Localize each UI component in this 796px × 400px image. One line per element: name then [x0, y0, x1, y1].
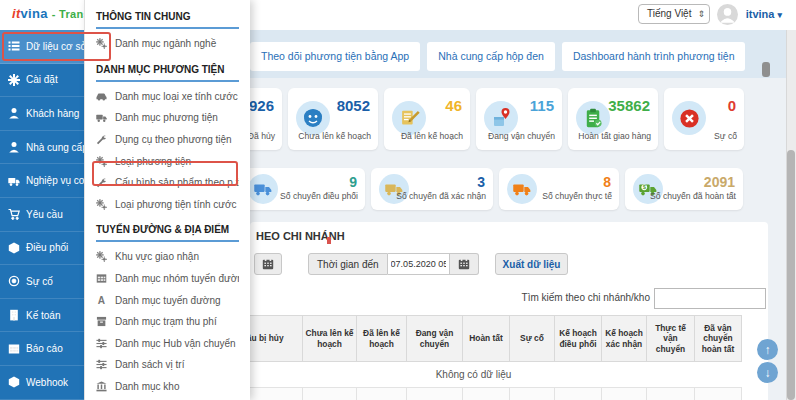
filter-row: .holes{fill:#ececec} Thời gian đến Xuất …	[254, 253, 568, 275]
sidebar-item-label: Cài đặt	[26, 74, 58, 85]
section-title: DANH MỤC PHƯƠNG TIỆN	[96, 64, 239, 75]
stat-label: Đã lên kế hoạch	[401, 131, 463, 141]
cube-icon	[8, 242, 20, 254]
cogs-icon	[96, 199, 107, 210]
menu-item-hub-van-chuyen[interactable]: Danh mục Hub vận chuyển	[96, 333, 239, 355]
app-logo: itvina - Trans	[12, 6, 90, 21]
column-header[interactable]: Hoàn tất	[463, 316, 510, 362]
export-data-button[interactable]: Xuất dữ liệu	[495, 253, 569, 275]
menu-item-nhom-tuyen-duong[interactable]: Danh mục nhóm tuyến đường	[96, 268, 239, 290]
stat-value: 0	[728, 97, 736, 114]
sidebar-item-label: Yêu cầu	[26, 209, 63, 220]
table-empty-row: Không có dữ liệu	[205, 362, 742, 388]
arrow-up-icon: ↑	[765, 343, 771, 357]
sidebar-item-ke-toan[interactable]: .sb-item .holes{fill:#2173b6} Kế toán	[0, 299, 84, 333]
sidebar-item-label: Kế toán	[26, 310, 60, 321]
section-divider	[96, 80, 239, 82]
menu-item-label: Danh mục Hub vận chuyển	[115, 338, 236, 349]
stat-card-delivered: 35862 Hoàn tất giao hàng	[568, 88, 658, 150]
avatar[interactable]	[717, 4, 738, 25]
user-menu[interactable]: itvina ▾	[746, 8, 782, 20]
sidebar-item-yeu-cau[interactable]: Yêu cầu	[0, 198, 84, 232]
menu-item-tram-thu-phi[interactable]: Danh mục trạm thu phí	[96, 311, 239, 333]
column-header[interactable]: Chưa lên kế hoạch	[303, 316, 357, 362]
stat-value: 3	[477, 174, 485, 190]
menu-item-label: Danh mục phương tiện	[115, 112, 218, 123]
report-title: HEO CHI NHÁNH	[256, 230, 345, 242]
building-icon: .sb-item .holes{fill:#2173b6}	[8, 309, 20, 321]
menu-item-phuong-tien[interactable]: Danh mục phương tiện	[96, 107, 239, 129]
stat-card-confirmed-trips: 3 Số chuyến đã xác nhận	[371, 168, 493, 210]
username: itvina	[746, 8, 775, 20]
sidebar-item-dieu-phoi[interactable]: Điều phối	[0, 232, 84, 266]
menu-item-label: Danh mục trạm thu phí	[115, 316, 217, 327]
stat-value: 46	[445, 97, 462, 114]
annotation-box-menu-cau-hinh-san-pham	[92, 161, 238, 186]
scroll-to-top-button[interactable]: ↑	[757, 339, 778, 360]
tab-track-vehicle-app[interactable]: Theo dõi phương tiện bằng App	[250, 42, 420, 71]
menu-item-loai-pt-tinh-cuoc[interactable]: Loại phương tiện tính cước đườ...	[96, 194, 239, 216]
menu-item-khu-vuc-giao-nhan[interactable]: Khu vực giao nhận	[96, 246, 239, 268]
section-divider	[96, 27, 239, 29]
person-icon	[717, 4, 738, 25]
stat-label: Đã hủy	[248, 131, 275, 141]
menu-item-nganh-nghe[interactable]: Danh mục ngành nghề	[96, 33, 239, 55]
sidebar-item-label: Sự cố	[26, 276, 53, 287]
tab-blackbox-provider[interactable]: Nhà cung cấp hộp đen	[427, 42, 555, 71]
menu-item-dung-cu[interactable]: Dụng cụ theo phương tiện	[96, 129, 239, 151]
search-label: Tìm kiếm theo chi nhánh/kho	[522, 292, 650, 303]
sidebar-item-label: Nhà cung cấp	[26, 142, 88, 153]
sidebar-item-nghiep-vu-co-so[interactable]: Nghiệp vụ cơ sở	[0, 164, 84, 198]
column-header[interactable]: Thực tế vận chuyển	[647, 316, 695, 362]
calendar-button-to[interactable]	[450, 253, 479, 275]
car-icon	[96, 91, 107, 102]
user-icon	[8, 141, 20, 153]
stat-label: Chưa lên kế hoạch	[298, 131, 371, 141]
calendar-button-from[interactable]: .holes{fill:#ececec}	[254, 253, 282, 275]
cube-icon	[8, 376, 20, 388]
column-header[interactable]: Đã lên kế hoạch	[357, 316, 407, 362]
x-circle-icon	[672, 101, 706, 135]
sidebar-item-nha-cung-cap[interactable]: Nhà cung cấp	[0, 131, 84, 165]
sliders-icon	[96, 338, 107, 349]
branch-search-input[interactable]	[654, 288, 766, 309]
sidebar-item-webhook[interactable]: Webhook	[0, 366, 84, 400]
menu-item-label: Danh mục loại xe tính cước	[115, 91, 238, 102]
column-header[interactable]: Kế hoạch xác nhận	[602, 316, 647, 362]
scrollbar-thumb[interactable]	[787, 150, 795, 400]
logo-part-1: it	[12, 6, 21, 21]
language-select[interactable]: Tiếng Việt⇕	[638, 4, 710, 24]
cart-icon	[8, 208, 20, 220]
column-header[interactable]: Kế hoạch điều phối	[555, 316, 602, 362]
sidebar-item-su-co[interactable]: Sự cố	[0, 265, 84, 299]
bank-icon	[96, 381, 107, 392]
scroll-to-bottom-button[interactable]: ↓	[757, 362, 778, 383]
stat-label: Số chuyến điều phối	[280, 191, 358, 201]
menu-item-danh-muc-kho[interactable]: Danh mục kho	[96, 376, 239, 398]
sidebar-item-bao-cao[interactable]: Báo cáo	[0, 332, 84, 366]
truck-icon	[8, 175, 20, 187]
tab-vehicle-journey-dashboard[interactable]: Dashboard hành trình phương tiện	[562, 42, 746, 71]
menu-item-danh-sach-vi-tri[interactable]: Danh sách vị trí	[96, 354, 239, 376]
stat-label: Số chuyến đã hoàn tất	[650, 191, 736, 201]
stat-value: 35862	[608, 97, 650, 114]
menu-item-tuyen-duong[interactable]: A Danh mục tuyến đường	[96, 289, 239, 311]
menu-item-label: Dụng cụ theo phương tiện	[115, 134, 232, 145]
menu-item-label: Danh sách vị trí	[115, 359, 184, 370]
stat-value: 8052	[337, 97, 370, 114]
column-header[interactable]: Đang vận chuyển	[407, 316, 463, 362]
language-select-value: Tiếng Việt	[647, 8, 691, 19]
annotation-box-sidebar-du-lieu-co-so	[2, 32, 111, 61]
stat-value: 9	[349, 174, 357, 190]
sidebar-item-khach-hang[interactable]: Khách hàng	[0, 97, 84, 131]
sidebar-item-label: Webhook	[26, 377, 68, 388]
branch-table-header: Yêu cầu bị hủy Chưa lên kế hoạch Đã lên …	[205, 315, 742, 362]
column-header[interactable]: Đã vận chuyển hoàn tất	[695, 316, 742, 362]
column-header[interactable]: Sự cố	[510, 316, 555, 362]
stat-label: Sự cố	[714, 131, 737, 141]
inner-scrollbar-thumb[interactable]	[762, 62, 770, 77]
toll-icon	[96, 316, 107, 327]
sidebar-item-cai-dat[interactable]: Cài đặt	[0, 64, 84, 98]
menu-item-loai-xe-tinh-cuoc[interactable]: Danh mục loại xe tính cước	[96, 86, 239, 108]
time-to-input[interactable]	[388, 253, 450, 275]
